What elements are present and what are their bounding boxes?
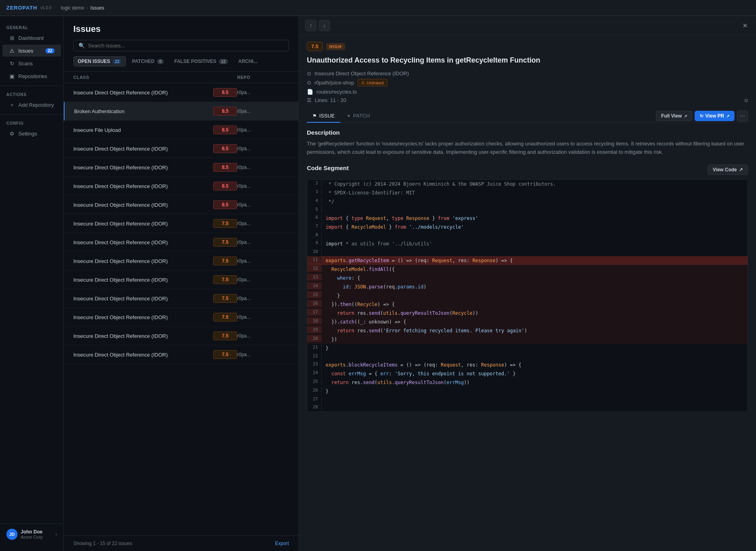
tab-issue[interactable]: ⚑ ISSUE xyxy=(307,110,340,123)
detail-content: 7.5 HIGH Unauthorized Access to Recyclin… xyxy=(299,35,756,551)
code-line: 6 import { type Request, type Response }… xyxy=(307,214,748,223)
table-row[interactable]: Insecure Direct Object Reference (IDOR) … xyxy=(64,252,298,271)
line-number: 6 xyxy=(307,214,322,221)
breadcrumb-item-2: Issues xyxy=(90,5,104,11)
view-code-label: View Code xyxy=(713,167,737,173)
line-number: 19 xyxy=(307,326,322,333)
code-line: 15 } xyxy=(307,291,748,300)
table-row[interactable]: Insecure Direct Object Reference (IDOR) … xyxy=(64,233,298,252)
sidebar-item-label: Repositories xyxy=(18,73,47,79)
line-number: 26 xyxy=(307,387,322,394)
nav-down-button[interactable]: ↓ xyxy=(319,20,330,31)
table-row[interactable]: Insecure Direct Object Reference (IDOR) … xyxy=(64,177,298,196)
description-text: The 'getRecycleItem' function in 'routes… xyxy=(307,140,748,157)
nav-up-button[interactable]: ↑ xyxy=(305,20,316,31)
code-line: 14 id: JSON.parse(req.params.id) xyxy=(307,282,748,291)
row-class: Broken Authentication xyxy=(74,108,213,114)
code-line: 25 return res.send(utils.queryResultToJs… xyxy=(307,378,748,387)
line-number: 9 xyxy=(307,239,322,246)
code-text: return res.send(utils.queryResultToJson(… xyxy=(322,309,478,318)
tab-patch[interactable]: ✦ PATCH xyxy=(341,110,375,123)
sidebar-item-label: Issues xyxy=(18,48,33,54)
code-text: */ xyxy=(322,197,334,206)
code-line: 26 } xyxy=(307,387,748,396)
code-text: * Copyright (c) 2014-2024 Bjoern Kimmini… xyxy=(322,180,556,188)
detail-nav: ↑ ↓ xyxy=(305,20,330,31)
col-class: CLASS xyxy=(73,75,213,80)
code-text: import { type Request, type Response } f… xyxy=(322,214,478,223)
code-line: 12 RecycleModel.findAll({ xyxy=(307,265,748,274)
table-rows-container: Insecure Direct Object Reference (IDOR) … xyxy=(64,83,298,364)
sidebar-item-repositories[interactable]: ▣ Repositories xyxy=(2,70,61,82)
warning-icon: ⚠ xyxy=(361,80,365,85)
main-layout: GENERAL ⊞ Dashboard ⚠ Issues 22 ↻ Scans … xyxy=(0,16,756,551)
search-input[interactable] xyxy=(88,43,284,49)
table-row[interactable]: Insecure Direct Object Reference (IDOR) … xyxy=(64,271,298,289)
app-logo: ZEROPATH xyxy=(6,5,37,11)
topbar: ZEROPATH v1.0.0 logic demo › Issues xyxy=(0,0,756,16)
more-options-button[interactable]: ··· xyxy=(737,110,748,122)
export-button[interactable]: Export xyxy=(275,541,289,546)
table-row[interactable]: Insecure Direct Object Reference (IDOR) … xyxy=(64,308,298,327)
issues-panel: Issues 🔍 OPEN ISSUES 22 PATCHED 0 FA xyxy=(64,16,299,551)
code-line: 8 xyxy=(307,231,748,239)
severity-badge: 8.5 xyxy=(213,182,237,190)
breadcrumb-sep: › xyxy=(86,5,88,11)
table-footer: Showing 1 - 15 of 22 issues Export xyxy=(64,535,298,551)
severity-badge: 7.5 xyxy=(213,350,237,359)
row-class: Insecure Direct Object Reference (IDOR) xyxy=(73,333,213,339)
tab-false-positives[interactable]: FALSE POSITIVES 12 xyxy=(170,56,232,67)
line-number: 24 xyxy=(307,369,322,376)
close-button[interactable]: ✕ xyxy=(740,21,750,30)
row-repo: r0pa... xyxy=(237,165,289,170)
issues-table: CLASS REPO Insecure Direct Object Refere… xyxy=(64,72,298,535)
code-text: RecycleModel.findAll({ xyxy=(322,265,395,274)
external-link-icon[interactable]: ⧉ xyxy=(744,98,748,103)
meta-lines: Lines: 11 - 20 xyxy=(315,97,346,103)
code-line: 2 * Copyright (c) 2014-2024 Bjoern Kimmi… xyxy=(307,180,748,188)
table-row[interactable]: Insecure Direct Object Reference (IDOR) … xyxy=(64,289,298,308)
code-line: 5 xyxy=(307,206,748,214)
tab-archived[interactable]: ARCHI... xyxy=(234,56,262,67)
sidebar-item-dashboard[interactable]: ⊞ Dashboard xyxy=(2,32,61,44)
breadcrumb-item-1[interactable]: logic demo xyxy=(61,5,84,11)
line-number: 28 xyxy=(307,404,322,410)
tab-patched[interactable]: PATCHED 0 xyxy=(128,56,168,67)
code-segment-section: Code Segment View Code ↗ 2 * Copyright (… xyxy=(307,165,748,412)
severity-badge: 8.5 xyxy=(213,144,237,153)
row-repo: r0pa... xyxy=(237,108,289,114)
severity-badge: 7.5 xyxy=(213,238,237,247)
code-text: } xyxy=(322,291,340,300)
sidebar-item-settings[interactable]: ⚙ Settings xyxy=(2,127,61,139)
table-row[interactable]: Insecure File Upload 8.5 r0pa... xyxy=(64,121,298,139)
line-number: 27 xyxy=(307,396,322,402)
sidebar-item-add-repository[interactable]: + Add Repository xyxy=(2,99,61,111)
table-row[interactable]: Insecure Direct Object Reference (IDOR) … xyxy=(64,83,298,102)
full-view-button[interactable]: Full View ↗ xyxy=(656,111,692,121)
search-bar[interactable]: 🔍 xyxy=(73,40,289,51)
sidebar-item-scans[interactable]: ↻ Scans xyxy=(2,57,61,69)
table-row[interactable]: Insecure Direct Object Reference (IDOR) … xyxy=(64,139,298,158)
sidebar-item-issues[interactable]: ⚠ Issues 22 xyxy=(2,45,61,57)
row-class: Insecure Direct Object Reference (IDOR) xyxy=(73,296,213,302)
table-row[interactable]: Insecure Direct Object Reference (IDOR) … xyxy=(64,327,298,345)
line-number: 8 xyxy=(307,231,322,238)
view-code-button[interactable]: View Code ↗ xyxy=(708,165,748,175)
tab-open-issues[interactable]: OPEN ISSUES 22 xyxy=(73,56,126,67)
sidebar-footer[interactable]: JD John Doe Acme Corp › xyxy=(0,524,63,545)
row-repo: r0pa... xyxy=(237,146,289,151)
view-pr-button[interactable]: ↻ View PR ↗ xyxy=(695,111,734,121)
table-row[interactable]: Insecure Direct Object Reference (IDOR) … xyxy=(64,214,298,233)
repo-icon: ⊙ xyxy=(307,80,311,86)
spinner-icon: ↻ xyxy=(700,114,703,119)
table-row[interactable]: Insecure Direct Object Reference (IDOR) … xyxy=(64,345,298,364)
line-number: 12 xyxy=(307,265,322,272)
row-repo: r0pa... xyxy=(237,314,289,320)
row-repo: r0pa... xyxy=(237,90,289,95)
filter-tabs: OPEN ISSUES 22 PATCHED 0 FALSE POSITIVES… xyxy=(73,56,289,67)
row-class: Insecure Direct Object Reference (IDOR) xyxy=(73,352,213,358)
table-header: CLASS REPO xyxy=(64,72,298,83)
table-row[interactable]: Broken Authentication 8.5 r0pa... xyxy=(64,102,298,121)
table-row[interactable]: Insecure Direct Object Reference (IDOR) … xyxy=(64,158,298,177)
table-row[interactable]: Insecure Direct Object Reference (IDOR) … xyxy=(64,196,298,214)
